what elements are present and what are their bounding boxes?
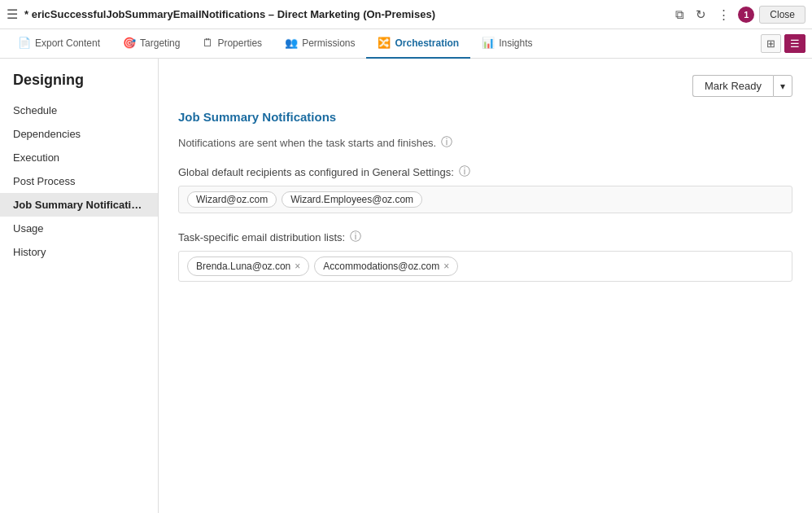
sidebar-header: Designing xyxy=(0,72,158,99)
task-email-chip-2: Accommodations@oz.com × xyxy=(314,256,458,276)
close-button[interactable]: Close xyxy=(759,6,805,24)
notification-info: Notifications are sent when the task sta… xyxy=(178,135,792,150)
mark-ready-bar: Mark Ready ▾ xyxy=(178,75,792,97)
tab-orchestration[interactable]: 🔀 Orchestration xyxy=(366,29,470,59)
tab-permissions[interactable]: 👥 Permissions xyxy=(273,29,366,59)
tab-export-content[interactable]: 📄 Export Content xyxy=(7,29,111,59)
notification-info-icon[interactable]: ⓘ xyxy=(441,135,452,150)
sidebar-item-job-summary-notifications[interactable]: Job Summary Notifications xyxy=(0,193,158,217)
sidebar-item-post-process[interactable]: Post Process xyxy=(0,169,158,193)
content-area: Mark Ready ▾ Job Summary Notifications N… xyxy=(159,59,812,513)
mark-ready-group: Mark Ready ▾ xyxy=(692,75,792,97)
global-recipients-info-icon[interactable]: ⓘ xyxy=(459,164,470,179)
window-title: * ericSuccessfulJobSummaryEmailNotificat… xyxy=(24,8,666,20)
mark-ready-dropdown-button[interactable]: ▾ xyxy=(773,75,792,97)
task-email-chip-1: Brenda.Luna@oz.con × xyxy=(187,256,309,276)
global-recipient-chip-1: Wizard@oz.com xyxy=(187,191,277,208)
insights-icon: 📊 xyxy=(482,37,495,49)
global-recipients-box: Wizard@oz.com Wizard.Employees@oz.com xyxy=(178,186,792,213)
copy-icon[interactable]: ⧉ xyxy=(672,6,688,24)
refresh-icon[interactable]: ↻ xyxy=(692,6,709,24)
title-bar: ☰ * ericSuccessfulJobSummaryEmailNotific… xyxy=(0,0,812,29)
orchestration-icon: 🔀 xyxy=(378,37,391,49)
targeting-icon: 🎯 xyxy=(123,37,136,49)
sidebar-item-execution[interactable]: Execution xyxy=(0,146,158,169)
section-title: Job Summary Notifications xyxy=(178,110,792,124)
main-layout: Designing Schedule Dependencies Executio… xyxy=(0,59,812,513)
global-recipient-chip-2: Wizard.Employees@oz.com xyxy=(282,191,422,208)
tab-action-btn-1[interactable]: ⊞ xyxy=(761,34,781,53)
task-email-label: Task-specific email distribution lists: … xyxy=(178,230,792,244)
task-email-chip-1-remove[interactable]: × xyxy=(295,261,300,272)
global-recipients-label: Global default recipients as configured … xyxy=(178,164,792,179)
sidebar-item-dependencies[interactable]: Dependencies xyxy=(0,122,158,146)
tab-properties[interactable]: 🗒 Properties xyxy=(191,29,273,59)
sidebar: Designing Schedule Dependencies Executio… xyxy=(0,59,159,513)
mark-ready-button[interactable]: Mark Ready xyxy=(692,75,773,97)
sidebar-item-history[interactable]: History xyxy=(0,240,158,264)
permissions-icon: 👥 xyxy=(285,37,298,49)
more-options-icon[interactable]: ⋮ xyxy=(714,6,733,24)
task-email-chip-2-remove[interactable]: × xyxy=(443,261,449,272)
tab-insights[interactable]: 📊 Insights xyxy=(470,29,544,59)
properties-icon: 🗒 xyxy=(203,37,213,49)
notification-badge[interactable]: 1 xyxy=(738,7,754,23)
menu-icon[interactable]: ☰ xyxy=(7,7,18,22)
task-email-info-icon[interactable]: ⓘ xyxy=(350,230,361,244)
sidebar-item-schedule[interactable]: Schedule xyxy=(0,99,158,122)
task-email-box[interactable]: Brenda.Luna@oz.con × Accommodations@oz.c… xyxy=(178,251,792,282)
export-content-icon: 📄 xyxy=(18,37,31,49)
tab-action-btn-2[interactable]: ☰ xyxy=(784,34,805,53)
title-bar-actions: ⧉ ↻ ⋮ 1 Close xyxy=(672,6,805,24)
tab-bar-right-actions: ⊞ ☰ xyxy=(761,34,805,53)
sidebar-item-usage[interactable]: Usage xyxy=(0,217,158,240)
tab-bar: 📄 Export Content 🎯 Targeting 🗒 Propertie… xyxy=(0,29,812,59)
tab-targeting[interactable]: 🎯 Targeting xyxy=(111,29,191,59)
